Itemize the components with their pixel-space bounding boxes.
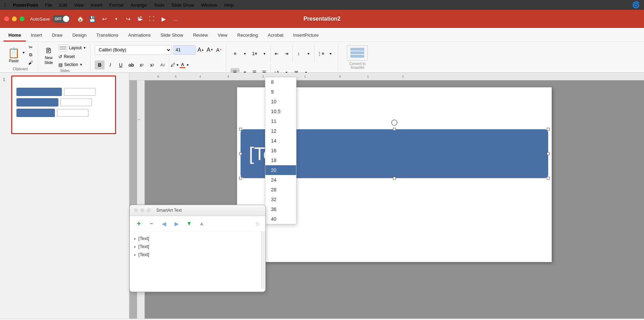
tab-draw[interactable]: Draw [47, 30, 67, 42]
font-name-dropdown[interactable]: Calibri (Body) [95, 45, 172, 55]
paste-dropdown-icon[interactable]: ▼ [22, 51, 25, 54]
undo-dropdown-icon[interactable]: ▼ [111, 14, 121, 24]
highlight-dropdown[interactable]: ▼ [176, 63, 179, 67]
smartart-item-3[interactable]: ● [Text] [134, 250, 257, 259]
slide-thumb-1[interactable] [11, 75, 116, 134]
paste-button[interactable]: 📋 Paste [6, 46, 22, 64]
copy-button[interactable]: ⧉ [27, 51, 35, 58]
tab-insert[interactable]: Insert [26, 30, 47, 42]
bold-button[interactable]: B [95, 60, 105, 70]
tab-view[interactable]: View [213, 30, 232, 42]
decrease-indent-button[interactable]: ⇤ [272, 49, 281, 58]
numbering-dropdown[interactable]: ▼ [260, 49, 269, 58]
layout-button[interactable]: Layout ▼ [57, 44, 87, 52]
close-button[interactable] [4, 16, 9, 21]
font-size-input[interactable] [173, 45, 196, 55]
redo-icon[interactable]: ↪ [123, 14, 133, 24]
menu-insert[interactable]: Insert [91, 2, 102, 8]
handle-bl[interactable] [239, 177, 242, 180]
handle-tr[interactable] [547, 128, 550, 131]
play-icon[interactable]: ▶ [159, 14, 169, 24]
smartart-min-btn[interactable] [140, 208, 144, 212]
tab-insertpicture[interactable]: InsertPicture [288, 30, 324, 42]
tab-acrobat[interactable]: Acrobat [263, 30, 288, 42]
menu-tools[interactable]: Tools [154, 2, 164, 8]
smartart-item-1-text[interactable]: [Text] [138, 236, 149, 241]
menu-file[interactable]: File [45, 2, 52, 8]
save-icon[interactable]: 💾 [87, 14, 97, 24]
format-painter-button[interactable]: 🖌 [27, 59, 35, 66]
fontsize-9[interactable]: 9 [265, 87, 296, 97]
fontsize-10[interactable]: 10 [265, 97, 296, 107]
fontsize-16[interactable]: 16 [265, 146, 296, 155]
more-icon[interactable]: ... [171, 14, 180, 24]
smartart-remove-btn[interactable]: − [146, 219, 156, 228]
fontsize-8[interactable]: 8 [265, 77, 296, 87]
handle-bc[interactable] [393, 177, 396, 180]
increase-indent-button[interactable]: ⇥ [282, 49, 291, 58]
smartart-item-3-text[interactable]: [Text] [138, 252, 149, 257]
fontsize-36[interactable]: 36 [265, 204, 296, 214]
autosave-toggle[interactable]: OFF [52, 15, 70, 23]
fontsize-40[interactable]: 40 [265, 214, 296, 224]
handle-tl[interactable] [239, 128, 242, 131]
tab-home[interactable]: Home [3, 30, 26, 42]
font-color-dropdown[interactable]: ▼ [186, 63, 189, 67]
clear-font-btn[interactable]: A✕ [215, 46, 223, 54]
text-style-button[interactable]: AV [158, 60, 167, 70]
fontsize-18[interactable]: 18 [265, 155, 296, 165]
smartart-item-2[interactable]: ● [Text] [134, 242, 257, 250]
undo-icon[interactable]: ↩ [99, 14, 109, 24]
menu-window[interactable]: Window [201, 2, 217, 8]
increase-font-btn[interactable]: A▲ [196, 46, 205, 54]
cut-button[interactable]: ✂ [27, 44, 35, 51]
reset-button[interactable]: ↺ Reset [57, 53, 87, 60]
fontsize-24[interactable]: 24 [265, 175, 296, 185]
fontsize-28[interactable]: 28 [265, 185, 296, 195]
fontsize-10-5[interactable]: 10.5 [265, 107, 296, 116]
tab-slideshow[interactable]: Slide Show [156, 30, 188, 42]
menu-view[interactable]: View [74, 2, 84, 8]
decrease-font-btn[interactable]: A▼ [206, 46, 214, 54]
fontsize-14[interactable]: 14 [265, 136, 296, 146]
columns-dropdown[interactable]: ▼ [326, 49, 335, 58]
smartart-item-2-text[interactable]: [Text] [138, 244, 149, 249]
menu-format[interactable]: Format [109, 2, 123, 8]
new-slide-button[interactable]: 🖹 New Slide [42, 45, 55, 66]
columns-button[interactable]: ⋮≡ [316, 49, 325, 58]
smartart-arrow-up-btn[interactable]: ▲ [197, 219, 207, 228]
section-button[interactable]: ▤ Section ▼ [57, 61, 87, 68]
maximize-button[interactable] [20, 16, 24, 21]
menu-edit[interactable]: Edit [59, 2, 67, 8]
underline-button[interactable]: U [116, 60, 126, 70]
tab-animations[interactable]: Animations [123, 30, 156, 42]
present-icon[interactable]: 📽 [135, 14, 145, 24]
smartart-arrow-right-btn[interactable]: ▶ [172, 219, 181, 228]
line-spacing-dropdown[interactable]: ▼ [304, 49, 313, 58]
font-color-btn[interactable]: A [180, 62, 185, 68]
tab-design[interactable]: Design [67, 30, 91, 42]
handle-br[interactable] [547, 177, 550, 180]
fullscreen-icon[interactable]: ⛶ [147, 14, 157, 24]
home-icon[interactable]: 🏠 [76, 14, 85, 24]
fontsize-32[interactable]: 32 [265, 195, 296, 204]
rotate-handle[interactable] [391, 119, 398, 126]
superscript-button[interactable]: x2 [137, 60, 146, 70]
menu-arrange[interactable]: Arrange [131, 2, 147, 8]
strikethrough-button[interactable]: ab [126, 60, 136, 70]
tab-recording[interactable]: Recording [232, 30, 263, 42]
handle-tc[interactable] [393, 128, 396, 131]
smartart-expand-btn[interactable]: ▷ [256, 221, 261, 226]
italic-button[interactable]: I [105, 60, 115, 70]
fontsize-11[interactable]: 11 [265, 116, 296, 126]
tab-transitions[interactable]: Transitions [91, 30, 123, 42]
subscript-button[interactable]: x2 [147, 60, 157, 70]
line-spacing-button[interactable]: ↕ [294, 49, 303, 58]
fontsize-20[interactable]: 20 [265, 165, 296, 175]
smartart-arrow-left-btn[interactable]: ◀ [159, 219, 169, 228]
smartart-close-btn[interactable] [134, 208, 138, 212]
smartart-item-1[interactable]: ● [Text] [134, 234, 257, 242]
smartart-add-btn[interactable]: + [134, 219, 144, 228]
numbering-button[interactable]: 1≡ [250, 49, 259, 58]
convert-smartart-button[interactable] [347, 45, 368, 61]
